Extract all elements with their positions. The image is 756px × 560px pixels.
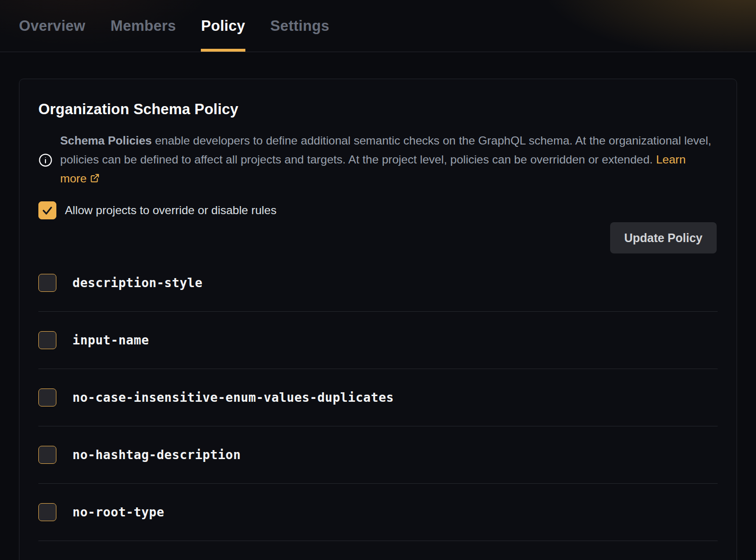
tab-members[interactable]: Members bbox=[110, 0, 176, 52]
rule-checkbox[interactable] bbox=[38, 446, 56, 464]
rule-row-no-root-type: no-root-type bbox=[38, 484, 718, 541]
rule-row-input-name: input-name bbox=[38, 312, 718, 369]
rule-row-no-hashtag-description: no-hashtag-description bbox=[38, 426, 718, 484]
allow-override-checkbox[interactable] bbox=[38, 201, 56, 219]
rule-name: no-root-type bbox=[72, 505, 164, 519]
update-policy-button[interactable]: Update Policy bbox=[610, 222, 717, 253]
rule-checkbox[interactable] bbox=[38, 503, 56, 521]
rule-checkbox[interactable] bbox=[38, 388, 56, 406]
rule-name: input-name bbox=[72, 333, 149, 347]
tab-bar: Overview Members Policy Settings bbox=[0, 0, 756, 52]
tab-policy[interactable]: Policy bbox=[201, 0, 245, 52]
policy-description-lead: Schema Policies bbox=[60, 134, 152, 147]
rule-name: no-hashtag-description bbox=[72, 448, 241, 462]
allow-override-row: Allow projects to override or disable ru… bbox=[38, 201, 718, 219]
main-content: Organization Schema Policy Schema Polici… bbox=[0, 79, 756, 560]
policy-info-banner: Schema Policies enable developers to def… bbox=[38, 131, 718, 189]
actions-row: Update Policy bbox=[38, 222, 718, 253]
rule-row-no-case-insensitive-enum-values-duplicates: no-case-insensitive-enum-values-duplicat… bbox=[38, 369, 718, 426]
policy-card: Organization Schema Policy Schema Polici… bbox=[19, 79, 737, 560]
rule-checkbox[interactable] bbox=[38, 274, 56, 292]
policy-description-body: enable developers to define additional s… bbox=[60, 134, 711, 166]
tab-settings[interactable]: Settings bbox=[270, 0, 330, 52]
policy-description: Schema Policies enable developers to def… bbox=[60, 131, 714, 189]
rule-row-description-style: description-style bbox=[38, 254, 718, 312]
rule-name: no-case-insensitive-enum-values-duplicat… bbox=[72, 390, 394, 405]
check-icon bbox=[41, 204, 54, 217]
rules-list: description-style input-name no-case-ins… bbox=[38, 254, 718, 541]
info-circle-icon bbox=[38, 153, 53, 167]
page-title: Organization Schema Policy bbox=[38, 101, 718, 118]
allow-override-label: Allow projects to override or disable ru… bbox=[65, 204, 277, 217]
external-link-icon bbox=[90, 170, 100, 189]
rule-name: description-style bbox=[72, 276, 203, 290]
rule-checkbox[interactable] bbox=[38, 331, 56, 349]
tab-overview[interactable]: Overview bbox=[19, 0, 85, 52]
